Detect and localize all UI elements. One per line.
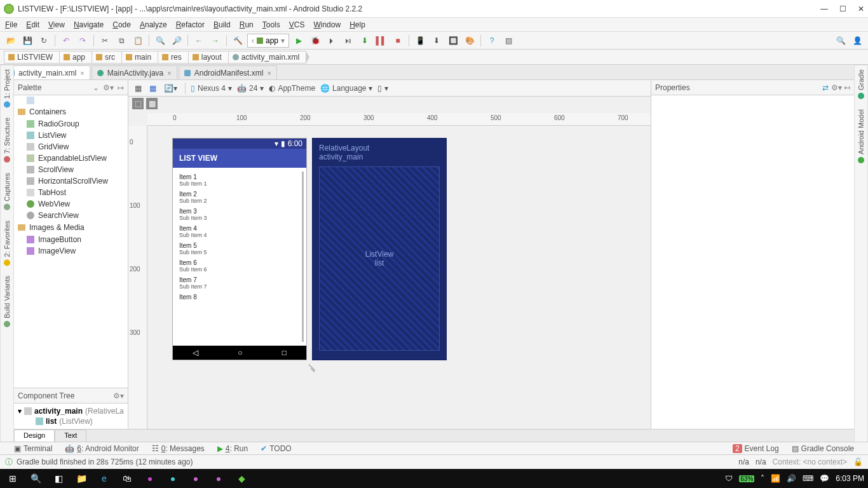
- system-tray[interactable]: 🛡 63% ˄ 📶 🔊 ⌨ 💬 6:03 PM: [725, 474, 864, 483]
- toolwindow-2-favorites[interactable]: 2: Favorites: [3, 220, 11, 266]
- select-mode-icon[interactable]: ⬚: [132, 98, 144, 109]
- cut-icon[interactable]: ✂: [98, 34, 112, 48]
- app-icon[interactable]: ●: [187, 471, 205, 486]
- volume-icon[interactable]: 🔊: [787, 474, 796, 483]
- blueprint-preview[interactable]: RelativeLayout activity_main ListView li…: [313, 139, 446, 360]
- tab-text[interactable]: Text: [55, 430, 86, 442]
- palette-item[interactable]: ImageView: [14, 245, 128, 257]
- android-studio-icon[interactable]: ◆: [233, 471, 250, 486]
- palette-item[interactable]: RadioGroup: [14, 118, 128, 130]
- menu-vcs[interactable]: VCS: [289, 20, 305, 29]
- toolwindow-build-variants[interactable]: Build Variants: [3, 276, 11, 327]
- palette-item[interactable]: ScrollView: [14, 164, 128, 175]
- blueprint-child[interactable]: ListView list: [319, 166, 440, 351]
- palette-item[interactable]: SearchView: [14, 210, 128, 221]
- run-config-selector[interactable]: ‹ app ▾: [247, 34, 289, 48]
- close-icon[interactable]: ×: [167, 69, 171, 77]
- undo-icon[interactable]: ↶: [59, 34, 73, 48]
- help-icon[interactable]: ?: [485, 34, 499, 48]
- filter-icon[interactable]: ⌄: [93, 83, 99, 92]
- tab-design[interactable]: Design: [14, 430, 55, 442]
- search-everywhere-icon[interactable]: 🔍: [834, 34, 848, 48]
- menu-edit[interactable]: Edit: [26, 20, 39, 29]
- palette-item[interactable]: TabHost: [14, 187, 128, 198]
- task-view-icon[interactable]: ◧: [50, 471, 67, 486]
- gear-icon[interactable]: ⚙▾: [103, 83, 114, 92]
- stop-icon[interactable]: ■: [391, 34, 405, 48]
- device-selector[interactable]: ▯ Nexus 4▾: [191, 84, 232, 93]
- menu-refactor[interactable]: Refactor: [176, 20, 205, 29]
- menu-build[interactable]: Build: [214, 20, 231, 29]
- search-icon[interactable]: 🔍: [27, 471, 44, 486]
- attach-icon[interactable]: ⏯: [341, 34, 355, 48]
- avd-icon[interactable]: ▌▌: [374, 34, 388, 48]
- crumb-layout[interactable]: layout: [188, 51, 229, 64]
- close-icon[interactable]: ×: [80, 69, 84, 77]
- maximize-button[interactable]: ☐: [839, 4, 846, 13]
- orientation-icon[interactable]: 🔄▾: [161, 84, 180, 93]
- toolwindow-run[interactable]: ▶4: Run: [217, 444, 248, 453]
- explorer-icon[interactable]: 📁: [72, 471, 90, 486]
- language-selector[interactable]: 🌐 Language▾: [320, 84, 372, 93]
- find-icon[interactable]: 🔍: [153, 34, 167, 48]
- close-button[interactable]: ✕: [858, 4, 864, 13]
- toolwindow-7-structure[interactable]: 7: Structure: [3, 118, 11, 163]
- menu-run[interactable]: Run: [240, 20, 254, 29]
- editor-tab[interactable]: AndroidManifest.xml×: [179, 65, 277, 79]
- palette-group[interactable]: Containers: [14, 105, 128, 118]
- swap-icon[interactable]: ⇄: [822, 83, 829, 92]
- crumb-app[interactable]: app: [59, 51, 92, 64]
- hide-icon[interactable]: ↤: [844, 83, 850, 92]
- component-tree[interactable]: ▾ activity_main (RelativeLa list (ListVi…: [14, 403, 128, 429]
- toolwindow-captures[interactable]: Captures: [3, 173, 11, 210]
- battery-indicator[interactable]: 63%: [739, 475, 754, 482]
- crumb-main[interactable]: main: [121, 51, 158, 64]
- resize-handle[interactable]: [308, 363, 318, 374]
- input-icon[interactable]: ⌨: [803, 474, 813, 483]
- back-icon[interactable]: ←: [192, 34, 206, 48]
- variant-selector[interactable]: ▯▾: [377, 84, 388, 93]
- menu-tools[interactable]: Tools: [262, 20, 280, 29]
- app-icon[interactable]: ●: [141, 471, 159, 486]
- toolwindow-todo[interactable]: ✔TODO: [261, 444, 291, 453]
- open-icon[interactable]: 📂: [4, 34, 18, 48]
- theme-editor-icon[interactable]: 🎨: [463, 34, 477, 48]
- blueprint-icon[interactable]: ▦: [147, 84, 159, 93]
- sync-icon[interactable]: ↻: [37, 34, 51, 48]
- replace-icon[interactable]: 🔎: [170, 34, 184, 48]
- start-button[interactable]: ⊞: [4, 471, 22, 486]
- sdk-manager-icon[interactable]: ⬇: [430, 34, 444, 48]
- palette-group[interactable]: Images & Media: [14, 221, 128, 234]
- crumb-src[interactable]: src: [92, 51, 122, 64]
- crumb-res[interactable]: res: [158, 51, 189, 64]
- minimize-button[interactable]: —: [820, 4, 828, 13]
- gear-icon[interactable]: ⚙▾: [113, 391, 124, 400]
- palette-item[interactable]: GridView: [14, 141, 128, 152]
- toolwindow-eventlog[interactable]: 2Event Log: [733, 444, 779, 453]
- expand-icon[interactable]: ▾: [18, 407, 22, 416]
- make-icon[interactable]: 🔨: [231, 34, 245, 48]
- layout-inspector-icon[interactable]: 🔲: [446, 34, 460, 48]
- crumb-LISTVIEW[interactable]: LISTVIEW: [4, 51, 60, 64]
- palette-item[interactable]: HorizontalScrollView: [14, 175, 128, 187]
- debug-icon[interactable]: 🐞: [308, 34, 322, 48]
- menu-file[interactable]: File: [5, 20, 17, 29]
- shield-icon[interactable]: 🛡: [725, 474, 733, 483]
- paste-icon[interactable]: 📋: [131, 34, 145, 48]
- chevron-up-icon[interactable]: ˄: [761, 474, 764, 483]
- hide-icon[interactable]: ↦: [118, 83, 124, 92]
- copy-icon[interactable]: ⧉: [114, 34, 128, 48]
- run-icon[interactable]: ▶: [292, 34, 306, 48]
- tree-row-child[interactable]: list (ListView): [18, 416, 124, 426]
- design-canvas[interactable]: ▾ ▮ 6:00 LIST VIEW Item 1Sub Item 1Item …: [147, 126, 651, 429]
- toolwindow-messages[interactable]: ☷0: Messages: [152, 444, 205, 453]
- editor-tab[interactable]: MainActivity.java×: [92, 65, 177, 79]
- toolwindow-gradle[interactable]: Gradle: [857, 69, 865, 99]
- theme-selector[interactable]: ◐ AppTheme: [269, 84, 315, 93]
- user-icon[interactable]: 👤: [850, 34, 864, 48]
- tree-row-root[interactable]: ▾ activity_main (RelativeLa: [18, 406, 124, 416]
- menu-code[interactable]: Code: [112, 20, 131, 29]
- palette-item[interactable]: [14, 95, 128, 105]
- editor-tab[interactable]: activity_main.xml×: [3, 65, 90, 79]
- palette-item[interactable]: WebView: [14, 198, 128, 210]
